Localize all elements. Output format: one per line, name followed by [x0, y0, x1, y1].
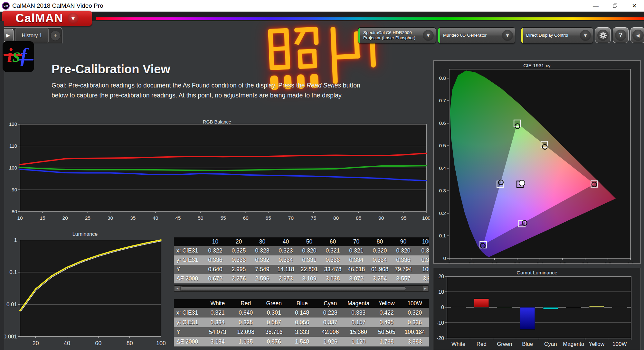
gamut-luminance-title: Gamut Luminance [433, 270, 640, 276]
table-cell: 3.109 [298, 275, 321, 282]
table-cell: 0.587 [260, 319, 288, 326]
table-cell: 0.321 [345, 247, 368, 254]
svg-text:1: 1 [14, 237, 17, 243]
column-header: Magenta [345, 300, 373, 307]
scroll-right-arrow[interactable]: ► [423, 286, 428, 291]
table-cell: 0.320 [368, 247, 392, 254]
svg-text:0.7: 0.7 [604, 262, 611, 263]
table-cell: 0.337 [316, 319, 345, 326]
table-cell: 0.228 [316, 309, 345, 316]
table-horizontal-scrollbar[interactable]: ◄ ► [174, 285, 429, 292]
table-cell: 2.596 [251, 275, 274, 282]
table-cell: 0.333 [321, 257, 345, 263]
close-button[interactable]: × [625, 0, 644, 12]
table-cell: 0.876 [260, 338, 288, 345]
svg-text:0.3: 0.3 [439, 188, 446, 193]
add-tab-button[interactable]: + [49, 29, 62, 42]
column-header: 70 [345, 238, 368, 245]
svg-text:55: 55 [220, 215, 226, 221]
display-control-dropdown[interactable]: Direct Display Control ▼ [521, 27, 593, 43]
app-icon: CM [2, 2, 10, 10]
rgb-balance-plot: 8090100110120101520253035404550556065707… [5, 118, 430, 225]
table-row: ΔE 20003.1841.1350.8761.5481.9261.1201.7… [174, 337, 429, 346]
table-header-row: WhiteRedGreenBlueCyanMagentaYellow100W [174, 299, 429, 308]
scrollbar-thumb[interactable] [181, 286, 406, 291]
table-cell: 0.334 [368, 257, 392, 263]
column-header: 30 [251, 238, 274, 245]
row-label: Y [174, 329, 204, 336]
generator-device-dropdown[interactable]: Murideo 6G Generator ▼ [438, 27, 515, 43]
tab-history-1[interactable]: History 1 [15, 28, 49, 43]
meter-device-dropdown[interactable]: SpectraCal C6 HDR2000 Projector (Laser P… [358, 27, 436, 43]
table-cell: 3.184 [204, 338, 232, 345]
table-cell: 0.32 [415, 247, 429, 254]
svg-text:15: 15 [40, 215, 45, 221]
svg-text:40: 40 [153, 215, 158, 221]
table-cell: 3.333 [288, 329, 317, 336]
chevron-down-icon: ▼ [68, 13, 79, 24]
calman-menu-button[interactable]: CalMAN ▼ [2, 11, 92, 26]
column-header: Cyan [316, 300, 345, 307]
table-cell: 1.926 [316, 338, 345, 345]
svg-text:30: 30 [108, 215, 113, 221]
row-label: x: CIE31 [174, 309, 204, 316]
svg-text:0.7: 0.7 [439, 98, 446, 103]
table-cell: 0.336 [401, 319, 429, 326]
svg-text:0.01: 0.01 [6, 301, 17, 308]
table-cell: 50.505 [373, 329, 401, 336]
svg-text:50: 50 [198, 215, 204, 221]
column-header: Blue [288, 300, 317, 307]
table-cell: 54.073 [204, 329, 232, 336]
table-cell: 42.006 [316, 329, 345, 336]
gamut-bar-green [497, 307, 512, 308]
svg-text:0.4: 0.4 [439, 165, 446, 171]
meter-device-label: SpectraCal C6 HDR2000 Projector (Laser P… [360, 30, 423, 41]
gamut-bar-yellow [589, 306, 604, 307]
table-cell: 0.332 [251, 257, 274, 263]
table-header-row: 102030405060708090100 [174, 237, 429, 246]
svg-text:80: 80 [333, 215, 339, 221]
gamut-bar-white [451, 307, 466, 308]
svg-text:0.5: 0.5 [439, 143, 446, 148]
svg-text:100: 100 [9, 165, 17, 170]
table-cell: 0.334 [274, 257, 298, 263]
svg-text:Green: Green [497, 341, 512, 347]
svg-text:0.001: 0.001 [5, 334, 17, 340]
table-cell: 1.548 [288, 338, 317, 345]
gamut-bar-blue [520, 307, 535, 330]
table-cell: 0.333 [227, 257, 251, 263]
svg-text:110: 110 [9, 143, 17, 149]
svg-text:70: 70 [288, 215, 294, 221]
table-cell: 0.333 [345, 309, 373, 316]
collapse-panel-button[interactable]: ◀ [630, 27, 644, 43]
table-row: y: CIE310.3360.3330.3320.3340.3310.3330.… [174, 255, 429, 265]
table-cell: 0.321 [321, 247, 345, 254]
svg-text:90: 90 [12, 187, 17, 192]
table-cell: 22.801 [298, 266, 321, 273]
table-cell: 12.098 [232, 329, 260, 336]
display-control-label: Direct Display Control [523, 33, 580, 38]
help-button[interactable]: ? [613, 27, 629, 43]
minimize-button[interactable]: — [586, 0, 605, 12]
svg-text:0: 0 [443, 255, 446, 261]
table-cell: 0.495 [373, 319, 401, 326]
svg-text:0.8: 0.8 [439, 75, 446, 81]
svg-text:0: 0 [448, 262, 451, 263]
isf-letter: s [13, 44, 20, 66]
settings-button[interactable] [595, 27, 611, 43]
table-cell: 0.336 [204, 257, 227, 263]
gamut-bar-100w [612, 307, 627, 308]
column-header: 90 [392, 238, 415, 245]
svg-text:0.6: 0.6 [439, 120, 446, 126]
table-cell: 0.325 [227, 247, 251, 254]
table-cell: 1.120 [345, 338, 373, 345]
play-button[interactable]: ▶ [3, 29, 14, 42]
maximize-button[interactable] [605, 0, 625, 12]
table-cell: 0.056 [288, 319, 317, 326]
svg-text:10: 10 [438, 289, 444, 295]
scroll-left-arrow[interactable]: ◄ [175, 286, 180, 291]
table-cell: 0.320 [392, 247, 415, 254]
table-row: x: CIE310.3210.6400.3010.1480.2280.3330.… [174, 308, 429, 318]
row-label: Y [174, 266, 204, 273]
svg-text:-20: -20 [437, 336, 444, 341]
